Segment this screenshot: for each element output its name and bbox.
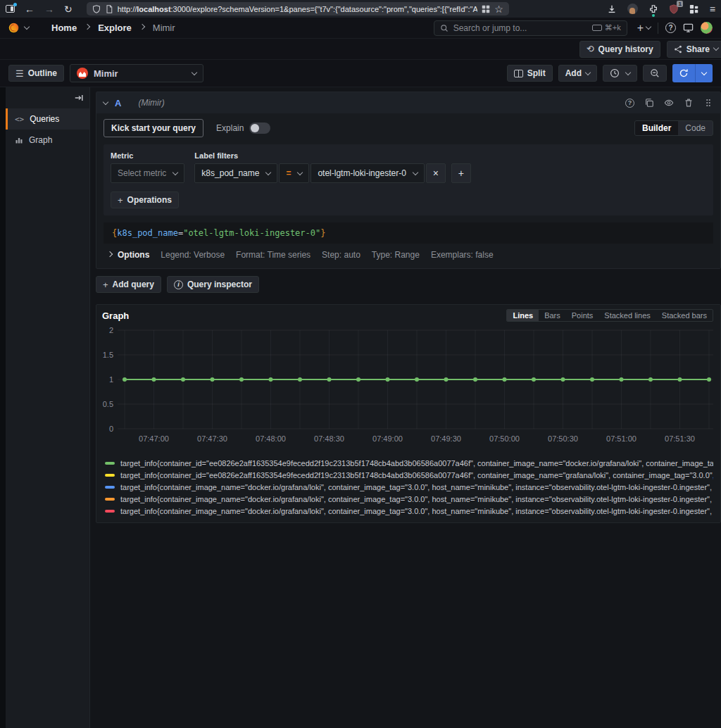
page-info-icon[interactable] [105, 5, 113, 13]
series-color-dash [105, 462, 115, 465]
legend-item[interactable]: target_info{container_image_name="docker… [105, 505, 713, 517]
svg-text:1: 1 [109, 375, 113, 384]
metric-select[interactable]: Select metric [111, 163, 184, 183]
options-expander[interactable]: Options [108, 250, 149, 260]
new-menu-button[interactable]: + [637, 22, 651, 34]
extensions-puzzle-icon[interactable] [648, 4, 658, 14]
query-collapse-chevron[interactable] [103, 99, 108, 104]
series-color-dash [105, 474, 115, 477]
bookmark-star-icon[interactable]: ☆ [494, 4, 503, 14]
grafana-header: Home Explore Mimir Search or jump to... … [0, 18, 721, 39]
breadcrumb-explore[interactable]: Explore [98, 23, 132, 33]
graph-canvas[interactable]: 00.511.5207:47:0007:47:3007:48:0007:48:3… [98, 323, 717, 450]
filter-operator-chevron [297, 169, 303, 175]
breadcrumb-separator-icon [139, 24, 145, 30]
share-button[interactable]: Share [667, 41, 721, 58]
back-button[interactable]: ← [25, 4, 35, 14]
graph-mode-lines[interactable]: Lines [507, 310, 539, 321]
search-input[interactable]: Search or jump to... ⌘+k [434, 20, 627, 36]
datasource-chevron [192, 69, 197, 75]
query-ref-id: A [115, 98, 121, 108]
filter-value-select[interactable]: otel-lgtm-loki-ingester-0 [311, 163, 424, 183]
filter-key-select[interactable]: k8s_pod_name [194, 163, 277, 183]
split-button[interactable]: Split [507, 65, 553, 82]
query-builder: Metric Select metric Label filters [104, 144, 713, 215]
adblock-shield-icon[interactable]: 1 [669, 4, 679, 14]
browser-window-icon[interactable] [6, 5, 15, 13]
bar-chart-icon [15, 136, 23, 144]
option-format: Format: Time series [236, 250, 311, 260]
search-icon [440, 24, 449, 32]
svg-text:07:49:30: 07:49:30 [431, 434, 461, 443]
breadcrumb-home[interactable]: Home [51, 23, 77, 33]
zoom-out-icon [650, 68, 660, 78]
graph-mode-stacked-bars[interactable]: Stacked bars [656, 310, 713, 321]
explain-toggle[interactable] [249, 123, 270, 134]
downloads-icon[interactable] [607, 4, 617, 14]
adblock-badge: 1 [677, 1, 682, 7]
org-switcher-chevron[interactable] [24, 24, 30, 30]
legend-item[interactable]: target_info{container_id="ee0826e2aff163… [105, 457, 713, 469]
label-filters-label: Label filters [194, 151, 470, 160]
help-icon[interactable]: ? [665, 23, 676, 33]
code-tab[interactable]: Code [678, 121, 713, 135]
graph-mode-bars[interactable]: Bars [539, 310, 566, 321]
tab-grid-icon[interactable] [689, 4, 699, 14]
sidebar-item-queries[interactable]: <> Queries [6, 108, 89, 130]
filter-operator-select[interactable]: = [279, 163, 309, 183]
builder-tab[interactable]: Builder [635, 121, 678, 135]
query-history-button[interactable]: ⟲ Query history [579, 41, 660, 58]
forward-button[interactable]: → [44, 4, 54, 14]
legend-item[interactable]: target_info{container_image_name="docker… [105, 493, 713, 505]
grafana-logo[interactable] [8, 23, 19, 33]
collapse-sidebar-icon[interactable] [74, 93, 84, 103]
left-rail [0, 87, 6, 728]
query-inspector-button[interactable]: i Query inspector [167, 276, 259, 293]
reader-grid-icon[interactable] [482, 5, 490, 13]
run-query-button[interactable] [672, 64, 713, 82]
series-color-dash [105, 486, 115, 489]
zoom-out-button[interactable] [643, 65, 667, 82]
graph-mode-stacked-lines[interactable]: Stacked lines [598, 310, 656, 321]
explore-toolbar: ☰ Outline Mimir Split Add [0, 60, 721, 87]
graph-mode-points[interactable]: Points [566, 310, 599, 321]
breadcrumb-mimir[interactable]: Mimir [153, 23, 175, 33]
add-operation-button[interactable]: + Operations [111, 192, 179, 208]
add-button[interactable]: Add [558, 65, 597, 82]
user-avatar[interactable] [701, 22, 713, 34]
duplicate-query-icon[interactable] [644, 98, 654, 108]
option-type: Type: Range [372, 250, 420, 260]
reload-button[interactable]: ↻ [64, 4, 73, 14]
option-exemplars: Exemplars: false [431, 250, 494, 260]
query-row-header[interactable]: A (Mimir) ? [96, 92, 720, 113]
time-range-picker[interactable] [603, 65, 637, 82]
legend-item[interactable]: target_info{container_id="ee0826e2aff163… [105, 469, 713, 481]
svg-text:0.5: 0.5 [103, 400, 113, 408]
hide-response-eye-icon[interactable] [664, 98, 674, 108]
url-text[interactable]: http://localhost:3000/explore?schemaVers… [118, 5, 477, 13]
legend-item[interactable]: target_info{container_image_name="docker… [105, 481, 713, 493]
time-range-chevron [625, 69, 631, 75]
datasource-picker[interactable]: Mimir [70, 64, 203, 82]
url-bar[interactable]: http://localhost:3000/explore?schemaVers… [87, 2, 509, 15]
kickstart-query-button[interactable]: Kick start your query [104, 119, 203, 137]
browser-menu-icon[interactable]: ≡ [710, 4, 715, 14]
outline-button[interactable]: ☰ Outline [8, 65, 64, 82]
drag-handle-icon[interactable] [703, 98, 713, 108]
option-legend: Legend: Verbose [161, 250, 225, 260]
outline-list-icon: ☰ [15, 68, 24, 79]
monitor-icon[interactable] [683, 23, 694, 33]
explain-label: Explain [216, 123, 244, 133]
add-query-button[interactable]: +Add query [96, 276, 161, 293]
option-step: Step: auto [322, 250, 360, 260]
browser-account-avatar[interactable] [627, 4, 638, 14]
sidebar-item-graph[interactable]: Graph [6, 130, 89, 151]
metric-label: Metric [111, 151, 184, 160]
query-help-icon[interactable]: ? [625, 99, 634, 108]
remove-query-trash-icon[interactable] [684, 98, 694, 108]
svg-text:07:51:00: 07:51:00 [606, 434, 637, 443]
svg-text:2: 2 [109, 326, 113, 334]
tracking-shield-icon[interactable] [92, 5, 101, 13]
remove-filter-button[interactable]: × [426, 163, 446, 183]
add-filter-button[interactable]: + [451, 163, 471, 183]
